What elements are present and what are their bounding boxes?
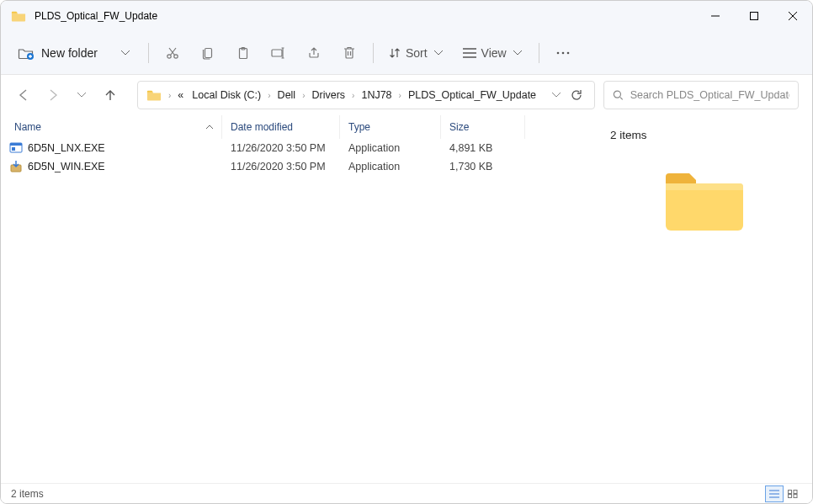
new-dropdown[interactable] bbox=[108, 38, 141, 68]
breadcrumb-item[interactable]: PLDS_Optical_FW_Update bbox=[405, 86, 539, 104]
svg-point-8 bbox=[556, 51, 559, 54]
folder-icon bbox=[146, 89, 162, 101]
search-icon bbox=[613, 89, 624, 101]
rename-button[interactable] bbox=[262, 38, 295, 68]
title-bar: PLDS_Optical_FW_Update bbox=[1, 1, 812, 31]
status-bar: 2 items bbox=[1, 483, 812, 503]
delete-button[interactable] bbox=[332, 38, 366, 68]
file-row[interactable]: 6D5N_WIN.EXE 11/26/2020 3:50 PM Applicat… bbox=[1, 157, 593, 176]
divider bbox=[148, 43, 149, 63]
forward-button[interactable] bbox=[43, 85, 63, 105]
window-title: PLDS_Optical_FW_Update bbox=[35, 10, 696, 22]
folder-large-icon bbox=[661, 167, 745, 234]
file-size: 4,891 KB bbox=[449, 142, 492, 154]
copy-button[interactable] bbox=[191, 38, 225, 68]
file-row[interactable]: 6D5N_LNX.EXE 11/26/2020 3:50 PM Applicat… bbox=[1, 139, 593, 157]
svg-point-9 bbox=[561, 51, 564, 54]
new-folder-button[interactable]: New folder bbox=[9, 38, 106, 68]
divider bbox=[539, 43, 539, 63]
chevron-right-icon[interactable]: › bbox=[266, 91, 272, 100]
breadcrumb-overflow[interactable]: « bbox=[174, 86, 187, 104]
more-button[interactable] bbox=[546, 38, 580, 68]
chevron-right-icon[interactable]: › bbox=[300, 91, 306, 100]
navigation-row: › « Local Disk (C:) › Dell › Drivers › 1… bbox=[1, 75, 812, 115]
svg-rect-7 bbox=[272, 50, 282, 56]
maximize-button[interactable] bbox=[735, 1, 773, 31]
file-type: Application bbox=[340, 161, 441, 172]
item-count: 2 items bbox=[610, 129, 795, 141]
file-type: Application bbox=[340, 142, 441, 154]
up-button[interactable] bbox=[100, 85, 120, 105]
chevron-right-icon[interactable]: › bbox=[350, 91, 356, 100]
column-name[interactable]: Name bbox=[1, 115, 222, 139]
breadcrumb-item[interactable]: Dell bbox=[274, 86, 300, 104]
column-size[interactable]: Size bbox=[441, 115, 525, 139]
breadcrumb-item[interactable]: Drivers bbox=[309, 86, 349, 104]
svg-rect-14 bbox=[12, 147, 15, 151]
new-folder-label: New folder bbox=[41, 46, 98, 60]
breadcrumb-item[interactable]: Local Disk (C:) bbox=[189, 86, 264, 104]
column-headers: Name Date modified Type Size bbox=[1, 115, 593, 139]
refresh-button[interactable] bbox=[571, 89, 582, 101]
sort-label: Sort bbox=[406, 46, 428, 60]
chevron-right-icon[interactable]: › bbox=[167, 91, 173, 100]
svg-rect-16 bbox=[789, 490, 792, 493]
address-dropdown[interactable] bbox=[552, 93, 561, 98]
view-button[interactable]: View bbox=[454, 38, 532, 68]
chevron-right-icon[interactable]: › bbox=[397, 91, 403, 100]
address-bar[interactable]: › « Local Disk (C:) › Dell › Drivers › 1… bbox=[137, 81, 595, 109]
file-name: 6D5N_LNX.EXE bbox=[28, 142, 105, 154]
svg-rect-18 bbox=[789, 494, 792, 497]
svg-rect-17 bbox=[794, 490, 797, 493]
cut-button[interactable] bbox=[156, 38, 189, 68]
paste-button[interactable] bbox=[226, 38, 260, 68]
divider bbox=[373, 43, 374, 63]
preview-pane: 2 items bbox=[593, 115, 812, 483]
status-text: 2 items bbox=[11, 488, 44, 500]
share-button[interactable] bbox=[297, 38, 331, 68]
details-view-button[interactable] bbox=[765, 485, 784, 502]
folder-icon bbox=[11, 10, 26, 22]
installer-icon bbox=[9, 160, 23, 173]
svg-point-11 bbox=[614, 91, 620, 98]
file-date: 11/26/2020 3:50 PM bbox=[222, 142, 340, 154]
svg-rect-19 bbox=[794, 494, 797, 497]
column-date[interactable]: Date modified bbox=[222, 115, 340, 139]
back-button[interactable] bbox=[14, 85, 35, 105]
svg-point-10 bbox=[566, 51, 569, 54]
file-date: 11/26/2020 3:50 PM bbox=[222, 161, 340, 172]
column-type[interactable]: Type bbox=[340, 115, 441, 139]
file-size: 1,730 KB bbox=[449, 161, 492, 172]
view-label: View bbox=[481, 46, 507, 60]
svg-rect-13 bbox=[10, 143, 22, 146]
recent-dropdown[interactable] bbox=[72, 85, 92, 105]
search-box[interactable] bbox=[603, 81, 799, 109]
file-list[interactable]: Name Date modified Type Size 6D5N_LNX.EX… bbox=[1, 115, 593, 483]
breadcrumb-item[interactable]: 1NJ78 bbox=[358, 86, 395, 104]
svg-rect-0 bbox=[751, 13, 758, 20]
search-input[interactable] bbox=[630, 89, 789, 101]
file-name: 6D5N_WIN.EXE bbox=[28, 161, 105, 172]
sort-indicator-icon bbox=[206, 124, 213, 130]
application-icon bbox=[9, 141, 23, 155]
minimize-button[interactable] bbox=[696, 1, 735, 31]
close-button[interactable] bbox=[773, 1, 812, 31]
svg-rect-4 bbox=[205, 48, 211, 57]
sort-button[interactable]: Sort bbox=[380, 38, 453, 68]
toolbar: New folder Sort View bbox=[1, 31, 812, 75]
thumbnails-view-button[interactable] bbox=[784, 485, 802, 502]
